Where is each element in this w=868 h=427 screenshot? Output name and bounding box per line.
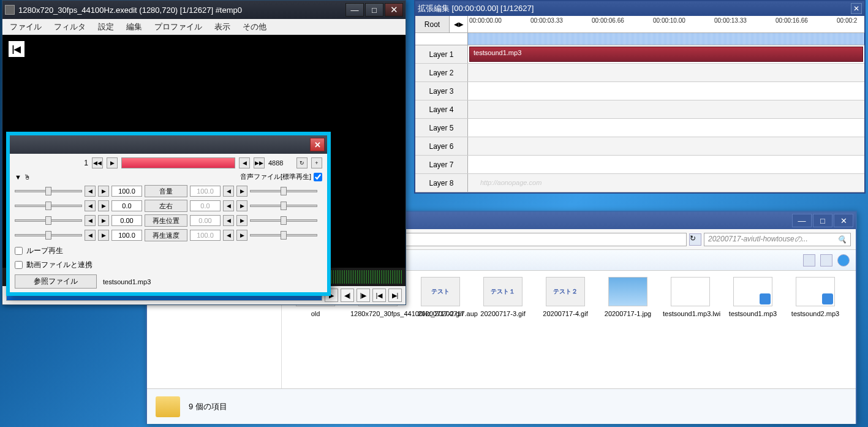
layer-track[interactable] — [468, 82, 864, 100]
layer-track[interactable] — [468, 64, 864, 81]
param-name-button[interactable]: 左右 — [145, 200, 187, 212]
param-value-left[interactable]: 100.0 — [111, 186, 142, 197]
dec-button[interactable]: ◀ — [223, 230, 234, 241]
param-slider-right[interactable] — [250, 215, 317, 226]
add-button[interactable]: + — [311, 157, 322, 168]
maximize-button[interactable]: □ — [813, 214, 832, 227]
layer-track[interactable] — [468, 156, 864, 173]
menu-edit[interactable]: 編集 — [121, 20, 147, 34]
start-prev-button[interactable]: ◀◀ — [92, 157, 103, 168]
inc-button[interactable]: ▶ — [98, 200, 109, 211]
dialog-close-button[interactable]: ✕ — [310, 138, 325, 151]
param-slider-left[interactable] — [15, 230, 82, 241]
inc-button[interactable]: ▶ — [98, 186, 109, 197]
minimize-button[interactable]: — — [345, 3, 364, 17]
param-name-button[interactable]: 再生位置 — [145, 214, 187, 227]
inc-button[interactable]: ▶ — [236, 200, 247, 211]
file-item[interactable]: テスト２20200717-4.gif — [538, 277, 593, 317]
dec-button[interactable]: ◀ — [85, 186, 96, 197]
param-name-button[interactable]: 音量 — [145, 185, 187, 197]
file-item[interactable]: テスト20200717-2.gif — [413, 277, 468, 317]
param-name-button[interactable]: 再生速度 — [145, 229, 187, 241]
param-value-right[interactable]: 0.0 — [190, 200, 221, 211]
file-item[interactable]: 20200717-1.jpg — [600, 277, 655, 317]
layer-track[interactable] — [468, 100, 864, 118]
preview-pane-button[interactable] — [820, 254, 832, 266]
file-item[interactable]: testsound2.mp3 — [788, 277, 843, 317]
audio-clip[interactable]: testsound1.mp3 — [469, 47, 863, 62]
root-button[interactable]: Root — [415, 16, 450, 32]
param-value-left[interactable]: 0.00 — [111, 215, 142, 226]
layer-label[interactable]: Layer 3 — [415, 82, 468, 100]
type-enable-checkbox[interactable] — [314, 173, 322, 181]
menu-filter[interactable]: フィルタ — [49, 20, 91, 34]
dec-button[interactable]: ◀ — [85, 230, 96, 241]
expand-icon[interactable]: ▼ — [15, 173, 21, 181]
frame-slider[interactable] — [121, 157, 235, 168]
layer-label[interactable]: Layer 8 — [415, 174, 468, 192]
end-next-button[interactable]: ▶▶ — [254, 157, 265, 168]
dec-button[interactable]: ◀ — [85, 200, 96, 211]
layer-label[interactable]: Layer 5 — [415, 119, 468, 137]
param-slider-left[interactable] — [15, 200, 82, 211]
dec-button[interactable]: ◀ — [85, 215, 96, 226]
param-value-right[interactable]: 100.0 — [190, 186, 221, 197]
start-step-button[interactable]: ▶ — [107, 157, 118, 168]
menu-file[interactable]: ファイル — [5, 20, 47, 34]
scale-header[interactable]: ◀▶ — [450, 16, 468, 32]
param-slider-right[interactable] — [250, 230, 317, 241]
help-button[interactable] — [837, 254, 850, 266]
dec-button[interactable]: ◀ — [223, 186, 234, 197]
to-end-button[interactable]: ▶| — [388, 289, 402, 302]
main-titlebar[interactable]: 1280x720_30fps_44100Hz.exedit (1280,720)… — [2, 1, 406, 19]
menu-other[interactable]: その他 — [238, 20, 271, 34]
layer-track[interactable] — [468, 137, 864, 155]
inc-button[interactable]: ▶ — [98, 215, 109, 226]
param-slider-right[interactable] — [250, 186, 317, 197]
rewind-button[interactable]: |◀ — [372, 289, 386, 302]
layer-label[interactable]: Layer 7 — [415, 156, 468, 173]
view-options-button[interactable] — [803, 254, 815, 266]
minimize-button[interactable]: — — [792, 214, 812, 227]
refresh-button[interactable]: ↻ — [689, 233, 701, 246]
layer-label[interactable]: Layer 2 — [415, 64, 468, 81]
layer-track[interactable]: testsound1.mp3 — [468, 45, 864, 63]
file-item[interactable]: testsound1.mp3 — [725, 277, 780, 317]
param-value-right[interactable]: 100.0 — [190, 230, 221, 241]
file-item[interactable]: testsound1.mp3.lwi — [663, 277, 718, 317]
end-step-button[interactable]: ◀ — [239, 157, 250, 168]
inc-button[interactable]: ▶ — [236, 215, 247, 226]
timeline-close-button[interactable]: ✕ — [851, 3, 862, 14]
file-item[interactable]: テスト１20200717-3.gif — [475, 277, 530, 317]
param-slider-left[interactable] — [15, 215, 82, 226]
dec-button[interactable]: ◀ — [223, 215, 234, 226]
menu-view[interactable]: 表示 — [209, 20, 235, 34]
param-value-right[interactable]: 0.00 — [190, 215, 221, 226]
layer-track[interactable]: http://aonopage.com — [468, 174, 864, 192]
layer-track[interactable] — [468, 119, 864, 137]
param-value-left[interactable]: 100.0 — [111, 230, 142, 241]
inc-button[interactable]: ▶ — [98, 230, 109, 241]
step-back-button[interactable]: ◀| — [341, 289, 354, 302]
type-label[interactable]: 音声ファイル[標準再生] — [240, 172, 311, 181]
inc-button[interactable]: ▶ — [236, 186, 247, 197]
dialog-titlebar[interactable]: ✕ — [10, 135, 327, 154]
maximize-button[interactable]: □ — [365, 3, 383, 17]
loop-checkbox[interactable] — [15, 247, 23, 255]
inc-button[interactable]: ▶ — [236, 230, 247, 241]
rewind-preview-icon[interactable]: |◀ — [9, 41, 25, 57]
link-checkbox[interactable] — [15, 261, 23, 269]
param-slider-right[interactable] — [250, 200, 317, 211]
menu-settings[interactable]: 設定 — [93, 20, 119, 34]
close-button[interactable]: ✕ — [385, 3, 403, 17]
dec-button[interactable]: ◀ — [223, 200, 234, 211]
timeline-titlebar[interactable]: 拡張編集 [00:00:00.00] [1/12627] ✕ — [415, 1, 864, 16]
timeline-ruler[interactable]: 00:00:00.00 00:00:03.33 00:00:06.66 00:0… — [468, 16, 864, 32]
layer-label[interactable]: Layer 1 — [415, 45, 468, 63]
loop-toggle-button[interactable]: ↻ — [296, 157, 308, 168]
layer-label[interactable]: Layer 6 — [415, 137, 468, 155]
search-input[interactable]: 20200717-aviutl-howtouseの... 🔍 — [704, 233, 851, 246]
browse-file-button[interactable]: 参照ファイル — [15, 274, 97, 289]
step-fwd-button[interactable]: |▶ — [357, 289, 370, 302]
close-button[interactable]: ✕ — [834, 214, 853, 227]
